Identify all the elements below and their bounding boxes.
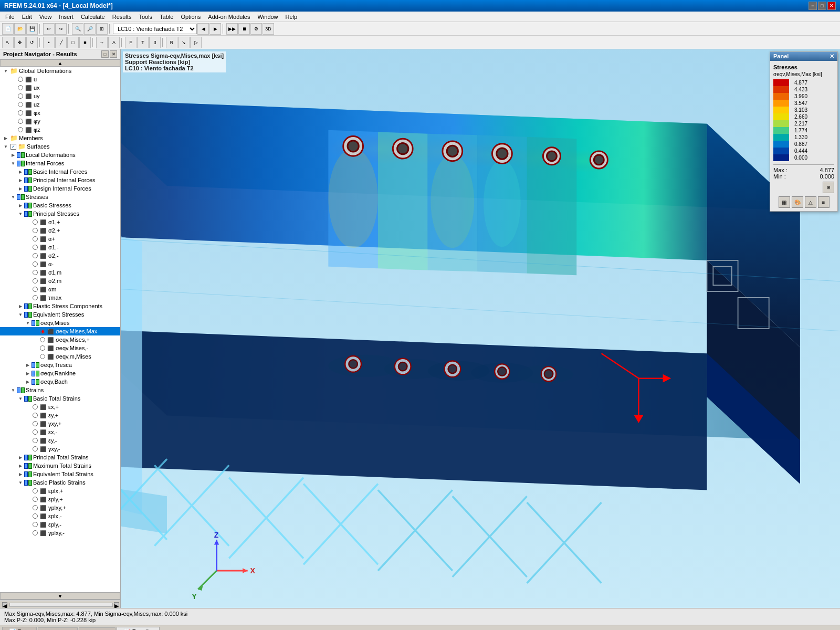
tree-eplxy-minus[interactable]: ⬛ γplxy,- xyxy=(0,529,120,537)
tb-open[interactable]: 📂 xyxy=(14,23,26,35)
expander-eqv-tresca[interactable]: ▶ xyxy=(24,361,32,369)
radio-yxy-minus[interactable] xyxy=(33,446,38,452)
tree-uz[interactable]: ⬛ uz xyxy=(0,100,120,109)
panel-grid-btn[interactable]: ▦ xyxy=(779,196,790,208)
tree-eqv-mises[interactable]: ▼ σeqv,Mises xyxy=(0,319,120,327)
tb2-surface[interactable]: □ xyxy=(67,37,79,48)
tab-results[interactable]: 📈 Results xyxy=(117,627,160,630)
tree-eply-minus[interactable]: ⬛ εply,- xyxy=(0,520,120,529)
radio-taumax[interactable] xyxy=(33,295,38,300)
tree-phiz[interactable]: ⬛ φz xyxy=(0,125,120,134)
tree-basic-int-forces[interactable]: ▶ Basic Internal Forces xyxy=(0,167,120,176)
radio-sigma1m[interactable] xyxy=(33,245,38,250)
viewport[interactable]: X Z Y Stresses Sigma-eqv,Mises xyxy=(121,49,840,608)
tb2-view-top[interactable]: T xyxy=(137,37,149,48)
tb-zoom-in[interactable]: 🔍 xyxy=(72,23,83,35)
expander-strains[interactable]: ▼ xyxy=(9,386,17,394)
tree-yxy-minus[interactable]: ⬛ γxy,- xyxy=(0,445,120,453)
radio-eqv-mises-minus[interactable] xyxy=(40,345,45,351)
radio-ux[interactable] xyxy=(18,85,23,90)
tree-phiy[interactable]: ⬛ φy xyxy=(0,117,120,125)
right-panel-close[interactable]: ✕ xyxy=(830,53,834,60)
tree-alpham[interactable]: ⬛ α- xyxy=(0,260,120,268)
tree-alphamm[interactable]: ⬛ αm xyxy=(0,285,120,293)
tree-stresses[interactable]: ▼ Stresses xyxy=(0,193,120,201)
tree-design-int-forces[interactable]: ▶ Design Internal Forces xyxy=(0,184,120,193)
menu-tools[interactable]: Tools xyxy=(135,13,155,21)
tree-sigma1mm[interactable]: ⬛ σ1,m xyxy=(0,268,120,277)
panel-float-btn[interactable]: □ xyxy=(101,50,109,58)
tb2-node[interactable]: • xyxy=(43,37,55,48)
radio-phiy[interactable] xyxy=(18,119,23,124)
tree-eqv-tresca[interactable]: ▶ σeqv,Tresca xyxy=(0,361,120,369)
tree-max-total[interactable]: ▶ Maximum Total Strains xyxy=(0,461,120,470)
horz-scroll-right[interactable]: ▶ xyxy=(114,602,119,607)
expander-eqv-bach[interactable]: ▶ xyxy=(24,378,32,385)
expander-members[interactable]: ▶ xyxy=(2,134,9,142)
tb-settings[interactable]: ⚙ xyxy=(250,23,262,35)
tb2-annotation[interactable]: A xyxy=(108,37,120,48)
radio-eqv-m-mises[interactable] xyxy=(40,354,45,359)
tree-eqv-rankine[interactable]: ▶ σeqv,Rankine xyxy=(0,369,120,377)
expander-surfaces[interactable]: ▼ xyxy=(2,143,9,150)
radio-eply-minus[interactable] xyxy=(33,522,38,527)
tb2-solid[interactable]: ■ xyxy=(79,37,91,48)
tree-principal-int-forces[interactable]: ▶ Principal Internal Forces xyxy=(0,176,120,184)
tree-elastic-stress[interactable]: ▶ Elastic Stress Components xyxy=(0,302,120,310)
tb2-rotate[interactable]: ↺ xyxy=(26,37,38,48)
tb2-move[interactable]: ✥ xyxy=(14,37,26,48)
menu-calculate[interactable]: Calculate xyxy=(78,13,108,21)
menu-results[interactable]: Results xyxy=(109,13,135,21)
tree-members[interactable]: ▶ 📁 Members xyxy=(0,134,120,142)
tree-ux[interactable]: ⬛ ux xyxy=(0,83,120,92)
menu-edit[interactable]: Edit xyxy=(19,13,35,21)
expander-equiv-total[interactable]: ▶ xyxy=(17,470,24,478)
tree-phix[interactable]: ⬛ φx xyxy=(0,109,120,117)
radio-sigma2m[interactable] xyxy=(33,253,38,258)
tab-views[interactable]: 👁 Views xyxy=(79,627,115,630)
menu-help[interactable]: Help xyxy=(282,13,301,21)
tb-3d[interactable]: 3D xyxy=(262,23,274,35)
tb2-select[interactable]: ↖ xyxy=(2,37,14,48)
tb-save[interactable]: 💾 xyxy=(26,23,38,35)
radio-alphamm[interactable] xyxy=(33,287,38,292)
tab-display[interactable]: 🖥 Display xyxy=(38,627,78,630)
tree-ex-plus[interactable]: ⬛ εx,+ xyxy=(0,403,120,411)
cb-surfaces[interactable] xyxy=(10,144,16,150)
tree-sigma2p[interactable]: ⬛ σ2,+ xyxy=(0,226,120,235)
tb2-dimension[interactable]: ↔ xyxy=(96,37,108,48)
tree-basic-total-strains[interactable]: ▼ Basic Total Strains xyxy=(0,394,120,403)
radio-alphap[interactable] xyxy=(33,236,38,242)
panel-expand-btn[interactable]: ⊞ xyxy=(823,182,834,193)
tb2-view-front[interactable]: F xyxy=(125,37,136,48)
tree-uy[interactable]: ⬛ uy xyxy=(0,92,120,100)
menu-insert[interactable]: Insert xyxy=(56,13,77,21)
expander-local-def[interactable]: ▶ xyxy=(9,151,17,159)
radio-eplxy-minus[interactable] xyxy=(33,530,38,536)
tree-principal-stresses[interactable]: ▼ Principal Stresses xyxy=(0,209,120,218)
expander-basic-total-strains[interactable]: ▼ xyxy=(17,395,24,402)
tb2-view-3d[interactable]: 3 xyxy=(149,37,161,48)
tree-eqv-mises-plus[interactable]: ⬛ σeqv,Mises,+ xyxy=(0,335,120,344)
radio-ey-plus[interactable] xyxy=(33,413,38,418)
tree-eqv-m-mises[interactable]: ⬛ σeqv,m,Mises xyxy=(0,352,120,361)
menu-addons[interactable]: Add-on Modules xyxy=(205,13,253,21)
radio-eplx-minus[interactable] xyxy=(33,513,38,519)
expander-eqv-rankine[interactable]: ▶ xyxy=(24,370,32,377)
expander-max-total[interactable]: ▶ xyxy=(17,462,24,469)
tree-u[interactable]: ⬛ u xyxy=(0,75,120,83)
tree-taumax[interactable]: ⬛ τmax xyxy=(0,293,120,302)
tree-alphap[interactable]: ⬛ α+ xyxy=(0,235,120,243)
tree-ey-minus[interactable]: ⬛ εy,- xyxy=(0,436,120,445)
radio-u[interactable] xyxy=(18,77,23,82)
tab-data[interactable]: 📊 Data xyxy=(2,627,37,630)
tb-prev[interactable]: ◀ xyxy=(197,23,209,35)
radio-eplxy-plus[interactable] xyxy=(33,505,38,510)
panel-color-btn[interactable]: 🎨 xyxy=(792,196,803,208)
panel-close-btn[interactable]: ✕ xyxy=(110,50,117,58)
tb2-line[interactable]: ╱ xyxy=(55,37,67,48)
radio-sigma2p[interactable] xyxy=(33,228,38,233)
expander-eqv-mises[interactable]: ▼ xyxy=(24,319,32,327)
tree-eqv-mises-minus[interactable]: ⬛ σeqv,Mises,- xyxy=(0,344,120,352)
tree-ex-minus[interactable]: ⬛ εx,- xyxy=(0,428,120,436)
